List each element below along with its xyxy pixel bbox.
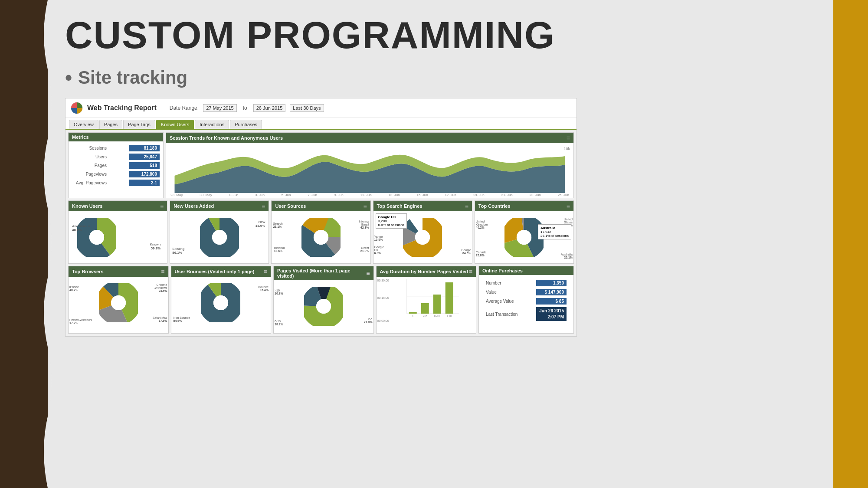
pages-visited-title: Pages Visited (More than 1 page visited)	[277, 268, 366, 278]
x-label-10: 15. Jun	[416, 193, 428, 197]
top-countries-header: Top Countries ≡	[475, 201, 573, 211]
known-users-chart: Anonymous 40.2% Known 59.8%	[69, 211, 167, 263]
purchases-content: Number 1,350 Value $ 147,900 Average Val…	[479, 275, 573, 326]
user-sources-title: User Sources	[275, 203, 306, 209]
new-users-header: New Users Added ≡	[170, 201, 269, 211]
anonymous-label: Anonymous 40.2%	[72, 224, 90, 232]
date-to-input[interactable]: 26 Jun 2015	[253, 104, 286, 112]
user-sources-menu[interactable]: ≡	[363, 203, 367, 210]
date-separator: to	[243, 105, 247, 111]
date-range-label: Date Range:	[170, 105, 199, 111]
x-label-6: 7. Jun	[308, 193, 317, 197]
purchases-title: Online Purchases	[482, 268, 523, 273]
x-label-4: 3. Jun	[255, 193, 265, 197]
date-from-input[interactable]: 27 May 2015	[203, 104, 237, 112]
x-label-14: 23. Jun	[530, 193, 541, 197]
top-browsers-chart: iPhone40.7% Chrome-Windows24.5% Safari-M…	[69, 277, 168, 329]
top-search-menu[interactable]: ≡	[465, 203, 468, 210]
tab-pages[interactable]: Pages	[99, 120, 122, 129]
pages-visited-menu[interactable]: ≡	[366, 270, 370, 277]
top-search-panel: Top Search Engines ≡ Google UK	[373, 200, 472, 264]
svg-text:>10: >10	[446, 314, 452, 318]
right-panel	[833, 0, 868, 488]
avg-duration-menu[interactable]: ≡	[469, 268, 472, 275]
pages-visited-panel: Pages Visited (More than 1 page visited)…	[273, 266, 374, 334]
svg-text:6-10: 6-10	[434, 314, 440, 318]
pages-visited-pie	[304, 287, 343, 326]
dashboard-tabs: Overview Pages Page Tags Known Users Int…	[66, 118, 576, 130]
metrics-title: Metrics	[72, 134, 89, 140]
top-countries-chart: Australia 17,942 26.1% of sessions Unite…	[475, 211, 573, 263]
svg-text:2-5: 2-5	[423, 314, 427, 318]
bullet-dot: •	[65, 66, 72, 89]
tab-interactions[interactable]: Interactions	[195, 120, 229, 129]
svg-text:1: 1	[412, 314, 413, 318]
metric-pageviews-value: 172,800	[129, 171, 160, 177]
metric-sessions: Sessions 81,180	[72, 145, 160, 151]
metric-avg-pageviews: Avg. Pageviews 2.1	[72, 180, 160, 186]
purchase-number-row: Number 1,350	[482, 278, 570, 288]
user-bounces-chart: Bounce 15.4% Non Bounce 84.6%	[171, 277, 271, 329]
existing-label: Existing 86.1%	[172, 247, 184, 255]
date-range-select[interactable]: Last 30 Days	[290, 104, 324, 112]
purchase-avg-label: Average Value	[486, 299, 514, 304]
svg-point-11	[314, 230, 328, 245]
page-title: CUSTOM PROGRAMMING	[65, 13, 816, 57]
canada-label: Canada25.8%	[476, 251, 487, 257]
online-purchases-panel: Online Purchases Number 1,350 Value $ 14…	[478, 266, 574, 334]
top-search-title: Top Search Engines	[377, 203, 423, 209]
user-sources-panel: User Sources ≡ Search23.1%	[271, 200, 370, 264]
svg-point-28	[213, 295, 228, 310]
non-bounce-label: Non Bounce 84.6%	[174, 316, 190, 322]
x-label-2: 30. May	[200, 193, 212, 197]
purchase-avg-value: $ 85	[536, 298, 567, 305]
firefox-label: Firefox-Windows17.2%	[69, 318, 92, 324]
dashboard-logo	[71, 102, 83, 114]
x-label-11: 17. Jun	[445, 193, 456, 197]
tab-overview[interactable]: Overview	[69, 120, 98, 129]
x-label-5: 5. Jun	[282, 193, 291, 197]
new-users-menu[interactable]: ≡	[262, 203, 265, 210]
known-users-menu[interactable]: ≡	[160, 203, 164, 210]
user-bounces-header: User Bounces (Visited only 1 page) ≡	[171, 266, 271, 277]
mid-row: Known Users ≡ Anonymous 40.2%	[68, 200, 574, 264]
session-trends-menu[interactable]: ≡	[567, 134, 570, 141]
new-users-panel: New Users Added ≡ New 13.9%	[170, 200, 269, 264]
user-sources-chart: Search23.1% Referral13.6% InformzEmail42…	[272, 211, 370, 263]
purchase-last-label: Last Transaction	[486, 312, 518, 317]
metric-avg-value: 2.1	[129, 180, 160, 186]
new-users-title: New Users Added	[174, 203, 214, 209]
known-users-pie	[77, 218, 116, 257]
tab-page-tags[interactable]: Page Tags	[123, 120, 155, 129]
svg-rect-37	[409, 312, 416, 314]
purchase-last-value: Jun 26 2015 2:07 PM	[536, 307, 567, 321]
new-users-chart: New 13.9% Existing 86.1%	[170, 211, 269, 263]
tab-known-users[interactable]: Known Users	[156, 120, 194, 129]
yahoo-label: Yahoo13.5%	[374, 235, 383, 241]
metric-sessions-label: Sessions	[72, 146, 107, 151]
uk-label: UnitedKingdom40.2%	[476, 220, 488, 229]
top-browsers-pie	[99, 283, 138, 322]
top-countries-menu[interactable]: ≡	[567, 203, 570, 210]
tab-purchases[interactable]: Purchases	[230, 120, 262, 129]
avg-duration-title: Avg Duration by Number Pages Visited	[380, 269, 468, 274]
left-panel	[0, 0, 48, 488]
metric-pages-label: Pages	[72, 163, 107, 168]
user-bounces-menu[interactable]: ≡	[264, 268, 267, 275]
top-search-pie	[403, 218, 442, 257]
session-trends-header: Session Trends for Known and Anonymous U…	[166, 133, 573, 143]
x-label-15: 25. Jun	[558, 193, 569, 197]
svg-point-6	[212, 230, 227, 245]
x-label-3: 1. Jun	[229, 193, 239, 197]
avg-duration-bars: 1 2-5 6-10 >10	[394, 279, 472, 318]
svg-point-20	[517, 230, 531, 245]
top-browsers-menu[interactable]: ≡	[161, 268, 164, 275]
purchase-value-label: Value	[486, 290, 497, 295]
user-bounces-title: User Bounces (Visited only 1 page)	[175, 269, 255, 274]
search-tooltip: Google UK 3,208 6.8% of sessions	[376, 213, 407, 229]
svg-rect-40	[445, 282, 453, 314]
x-label-9: 13. Jun	[388, 193, 400, 197]
top-search-chart: Google UK 3,208 6.8% of sessions GoogleU…	[373, 211, 472, 263]
top-browsers-panel: Top Browsers ≡ iPhone40.7% Chrome-Window…	[68, 266, 169, 334]
gt10-label: >1010.8%	[275, 289, 283, 295]
